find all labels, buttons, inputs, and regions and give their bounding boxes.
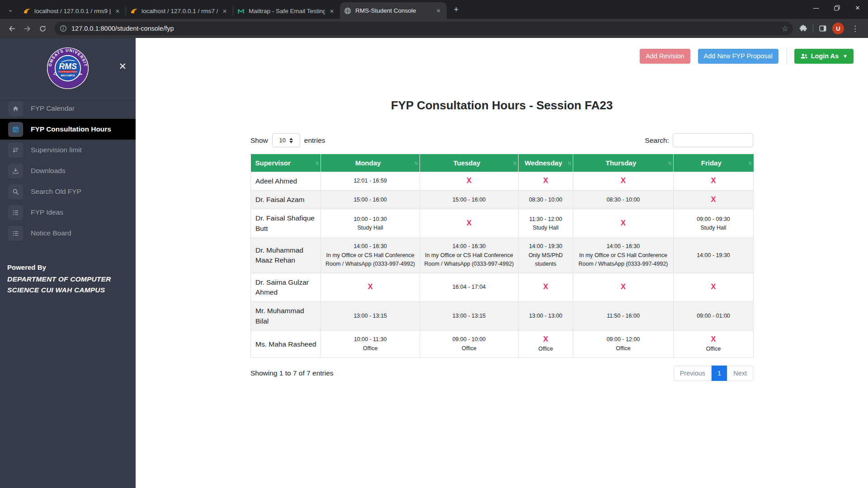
- column-header-label: Friday: [701, 159, 722, 167]
- address-bar[interactable]: 127.0.0.1:8000/student-console/fyp ☆: [54, 22, 793, 35]
- previous-page-button[interactable]: Previous: [674, 366, 712, 381]
- table-row: Dr. Faisal Azam15:00 - 16:0015:00 - 16:0…: [251, 190, 754, 209]
- rms-logo: COMSATS UNIVERSITY ISLAMABAD RMS Review …: [0, 38, 136, 89]
- table-row: Dr. Muhammad Maaz Rehan14:00 - 16:30In m…: [251, 238, 754, 273]
- cell-note: Office: [423, 344, 515, 353]
- sidebar-item-notice-board[interactable]: Notice Board: [0, 223, 136, 244]
- cell-time: 09:00 - 10:00: [423, 335, 515, 344]
- column-header-supervisor[interactable]: Supervisor↑↓: [251, 154, 321, 172]
- schedule-cell: X: [321, 273, 420, 302]
- schedule-cell: 14:00 - 16:30In my Office or CS Hall Con…: [573, 238, 674, 273]
- side-panel-icon[interactable]: [819, 24, 827, 33]
- browser-tab-rms-student-console[interactable]: RMS-Student Console✕: [340, 2, 447, 19]
- page-1-button[interactable]: 1: [712, 366, 727, 381]
- cell-time: 13:00 - 13:00: [522, 312, 570, 320]
- back-icon[interactable]: [5, 21, 19, 36]
- site-info-icon[interactable]: [60, 25, 67, 32]
- next-page-button[interactable]: Next: [727, 366, 753, 381]
- bookmark-star-icon[interactable]: ☆: [782, 24, 788, 33]
- unavailable-x-icon: X: [543, 282, 548, 291]
- tab-title: Mailtrap - Safe Email Testing: [249, 8, 325, 14]
- page-length-control: Show 10 entries: [250, 133, 325, 147]
- schedule-cell: 13:00 - 13:15: [420, 302, 519, 331]
- column-header-thursday[interactable]: Thursday↑↓: [573, 154, 674, 172]
- profile-avatar[interactable]: U: [832, 23, 844, 34]
- browser-tab-localhost-127-0-0-1-rms9-ph[interactable]: localhost / 127.0.0.1 / rms9 | ph✕: [19, 3, 126, 19]
- close-window-icon[interactable]: ✕: [847, 0, 868, 15]
- tab-close-icon[interactable]: ✕: [434, 7, 443, 15]
- column-header-tuesday[interactable]: Tuesday↑↓: [420, 154, 519, 172]
- table-header-row: Supervisor↑↓Monday↑↓Tuesday↑↓Wednesday↑↓…: [251, 154, 754, 172]
- sidebar-item-downloads[interactable]: Downloads: [0, 160, 136, 181]
- reload-icon[interactable]: [35, 21, 50, 36]
- tab-search-chevron-icon[interactable]: ⌄: [3, 2, 18, 17]
- tab-list: localhost / 127.0.0.1 / rms9 | ph✕localh…: [19, 2, 447, 19]
- sidebar-item-fyp-calendar[interactable]: FYP Calendar: [0, 98, 136, 119]
- schedule-cell: 12:01 - 16:59: [321, 172, 420, 190]
- cell-note: In my Office or CS Hall Conference Room …: [423, 251, 515, 269]
- sidebar-menu: FYP CalendarFYP Consultation HoursSuperv…: [0, 98, 136, 244]
- minimize-icon[interactable]: —: [806, 0, 826, 15]
- column-header-wednesday[interactable]: Wednesday↑↓: [519, 154, 573, 172]
- tab-close-icon[interactable]: ✕: [113, 7, 122, 15]
- schedule-cell: 09:00 - 01:00: [674, 302, 754, 331]
- column-header-label: Thursday: [606, 159, 637, 167]
- column-header-monday[interactable]: Monday↑↓: [321, 154, 420, 172]
- forward-icon[interactable]: [20, 21, 34, 36]
- table-row: Dr. Saima Gulzar AhmedX16:04 - 17:04XXX: [251, 273, 754, 302]
- sidebar-item-fyp-consultation-hours[interactable]: FYP Consultation Hours: [0, 119, 136, 140]
- sidebar-item-fyp-ideas[interactable]: FYP Ideas: [0, 202, 136, 223]
- schedule-cell: 09:00 - 09:30Study Hall: [674, 209, 754, 238]
- unavailable-x-icon: X: [467, 176, 472, 185]
- supervisor-cell: Dr. Faisal Shafique Butt: [251, 209, 321, 238]
- list-icon: [8, 226, 23, 241]
- browser-tab-localhost-127-0-0-1-rms7-pr[interactable]: localhost / 127.0.0.1 / rms7 / pr✕: [126, 3, 233, 19]
- new-tab-button[interactable]: +: [449, 3, 463, 16]
- search-label: Search:: [645, 136, 669, 145]
- sidebar-item-supervision-limit[interactable]: Supervision limit: [0, 140, 136, 160]
- browser-tab-mailtrap-safe-email-testing[interactable]: Mailtrap - Safe Email Testing✕: [233, 3, 340, 19]
- cell-time: 14:00 - 19:30: [677, 251, 750, 260]
- sidebar-item-label: FYP Consultation Hours: [31, 125, 111, 133]
- datatable-wrapper: Show 10 entries Search: Supervisor↑↓Mond…: [250, 133, 753, 381]
- topbar-divider: [787, 48, 787, 64]
- schedule-cell: 11:30 - 12:00Study Hall: [519, 209, 573, 238]
- schedule-cell: 14:00 - 16:30In my Office or CS Hall Con…: [420, 238, 519, 273]
- tab-close-icon[interactable]: ✕: [328, 7, 336, 15]
- unavailable-x-icon: X: [711, 176, 716, 185]
- schedule-cell: XOffice: [519, 331, 573, 358]
- cell-note: Office: [522, 345, 570, 353]
- list-icon: [8, 205, 23, 220]
- schedule-cell: X: [573, 273, 674, 302]
- add-new-fyp-proposal-button[interactable]: Add New FYP Proposal: [698, 49, 778, 64]
- sidebar: ✕ COMSATS UNIVERSITY ISLAMABAD RMS: [0, 38, 136, 488]
- cell-note: Study Hall: [522, 224, 570, 232]
- cell-time: 12:01 - 16:59: [324, 177, 416, 185]
- sidebar-close-icon[interactable]: ✕: [118, 61, 127, 71]
- schedule-cell: 13:00 - 13:15: [321, 302, 420, 331]
- tab-close-icon[interactable]: ✕: [221, 7, 229, 15]
- cell-note: Only MS/PhD students: [522, 251, 570, 269]
- powered-by-label: Powered By: [7, 263, 128, 271]
- search-input[interactable]: [673, 133, 753, 147]
- unavailable-x-icon: X: [711, 335, 716, 344]
- unavailable-x-icon: X: [368, 282, 373, 291]
- login-as-button[interactable]: Login As ▼: [794, 49, 854, 64]
- unavailable-x-icon: X: [543, 335, 548, 344]
- entries-select[interactable]: 10: [272, 133, 300, 147]
- column-header-label: Wednesday: [524, 159, 562, 167]
- add-revision-button[interactable]: Add Revision: [640, 49, 690, 64]
- schedule-cell: X: [573, 209, 674, 238]
- schedule-cell: XOffice: [674, 331, 754, 358]
- topbar: Add Revision Add New FYP Proposal Login …: [136, 38, 868, 64]
- unavailable-x-icon: X: [621, 282, 626, 291]
- column-header-friday[interactable]: Friday↑↓: [674, 154, 754, 172]
- url-text[interactable]: 127.0.0.1:8000/student-console/fyp: [71, 25, 782, 32]
- schedule-cell: 10:00 - 10:30Study Hall: [321, 209, 420, 238]
- consultation-hours-table: Supervisor↑↓Monday↑↓Tuesday↑↓Wednesday↑↓…: [250, 154, 754, 358]
- toolbar-divider: [813, 24, 813, 33]
- sidebar-item-search-old-fyp[interactable]: Search Old FYP: [0, 181, 136, 202]
- restore-icon[interactable]: [826, 0, 847, 15]
- extensions-icon[interactable]: [799, 24, 807, 33]
- browser-menu-icon[interactable]: ⋮: [849, 24, 861, 33]
